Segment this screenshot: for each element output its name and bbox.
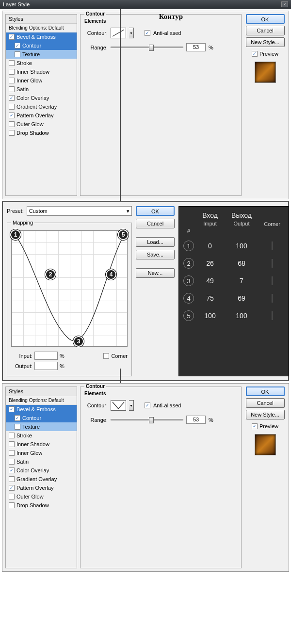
- style-item-drop-shadow[interactable]: Drop Shadow: [6, 129, 77, 137]
- style-item-satin[interactable]: Satin: [6, 457, 77, 466]
- editor-save-button[interactable]: Save...: [136, 250, 175, 259]
- style-item-outer-glow[interactable]: Outer Glow: [6, 492, 77, 501]
- style-checkbox[interactable]: [9, 450, 15, 456]
- cancel-button[interactable]: Cancel: [246, 26, 285, 35]
- style-label: Bevel & Emboss: [16, 406, 56, 412]
- style-item-outer-glow[interactable]: Outer Glow: [6, 120, 77, 129]
- style-checkbox[interactable]: [9, 34, 15, 40]
- output-field[interactable]: [34, 362, 58, 370]
- style-item-contour[interactable]: Contour: [6, 414, 77, 422]
- style-item-stroke[interactable]: Stroke: [6, 431, 77, 440]
- style-checkbox[interactable]: [9, 459, 15, 465]
- input-field[interactable]: [34, 352, 58, 360]
- row-corner-checkbox[interactable]: [272, 311, 273, 320]
- editor-new-button[interactable]: New...: [136, 268, 175, 278]
- style-checkbox[interactable]: [9, 476, 15, 482]
- row-input: 49: [195, 277, 225, 285]
- style-item-color-overlay[interactable]: Color Overlay: [6, 466, 77, 475]
- style-item-texture[interactable]: Texture: [6, 50, 77, 59]
- style-item-pattern-overlay[interactable]: Pattern Overlay: [6, 111, 77, 120]
- row-corner-checkbox[interactable]: [272, 242, 273, 250]
- range-slider[interactable]: [111, 47, 183, 48]
- editor-load-button[interactable]: Load...: [136, 237, 175, 247]
- style-checkbox[interactable]: [9, 433, 15, 438]
- style-item-inner-shadow[interactable]: Inner Shadow: [6, 440, 77, 449]
- style-checkbox[interactable]: [9, 406, 15, 412]
- new-style-button-2[interactable]: New Style...: [246, 410, 285, 419]
- style-item-inner-shadow[interactable]: Inner Shadow: [6, 67, 77, 76]
- style-item-pattern-overlay[interactable]: Pattern Overlay: [6, 483, 77, 492]
- blending-options[interactable]: Blending Options: Default: [6, 24, 77, 32]
- editor-cancel-button[interactable]: Cancel: [136, 219, 175, 228]
- contour-dropdown-icon-2[interactable]: ▼: [129, 400, 134, 411]
- style-item-bevel-emboss[interactable]: Bevel & Emboss: [6, 32, 77, 41]
- style-item-gradient-overlay[interactable]: Gradient Overlay: [6, 475, 77, 483]
- new-style-button[interactable]: New Style...: [246, 37, 285, 47]
- corner-checkbox[interactable]: [103, 353, 109, 359]
- style-checkbox[interactable]: [9, 69, 15, 75]
- preview-checkbox[interactable]: [252, 51, 258, 57]
- style-label: Satin: [16, 86, 29, 92]
- preview-checkbox-2[interactable]: [252, 423, 258, 429]
- style-checkbox[interactable]: [9, 121, 15, 127]
- preset-dropdown[interactable]: Custom ▾: [27, 206, 132, 216]
- close-icon[interactable]: ×: [281, 1, 288, 7]
- style-item-drop-shadow[interactable]: Drop Shadow: [6, 501, 77, 510]
- curve-marker-1: 1: [10, 229, 21, 240]
- blending-options-2[interactable]: Blending Options: Default: [6, 396, 77, 405]
- anti-aliased-checkbox-2[interactable]: [145, 402, 150, 408]
- style-label: Contour: [22, 415, 41, 421]
- style-checkbox[interactable]: [9, 467, 15, 473]
- range-pct-2: %: [209, 417, 213, 423]
- row-corner-checkbox[interactable]: [272, 294, 273, 303]
- ok-button[interactable]: OK: [246, 14, 285, 24]
- style-item-texture[interactable]: Texture: [6, 422, 77, 431]
- row-corner-checkbox[interactable]: [272, 276, 273, 285]
- style-checkbox[interactable]: [9, 130, 15, 136]
- style-item-color-overlay[interactable]: Color Overlay: [6, 94, 77, 102]
- style-label: Inner Shadow: [16, 69, 49, 75]
- range-value[interactable]: 53: [186, 43, 206, 51]
- style-checkbox[interactable]: [9, 494, 15, 499]
- curve-grid[interactable]: 12345: [11, 230, 128, 347]
- cancel-button-2[interactable]: Cancel: [246, 398, 285, 408]
- style-checkbox[interactable]: [15, 415, 20, 421]
- range-slider-2[interactable]: [111, 419, 183, 420]
- style-item-contour[interactable]: Contour: [6, 41, 77, 50]
- style-checkbox[interactable]: [9, 113, 15, 118]
- preset-value: Custom: [29, 208, 48, 214]
- row-output: 100: [225, 242, 259, 250]
- contour-thumbnail-2[interactable]: [111, 400, 126, 411]
- style-checkbox[interactable]: [15, 424, 20, 430]
- style-checkbox[interactable]: [9, 104, 15, 110]
- style-label: Inner Shadow: [16, 441, 49, 447]
- anti-aliased-checkbox[interactable]: [145, 30, 150, 36]
- style-item-gradient-overlay[interactable]: Gradient Overlay: [6, 102, 77, 111]
- contour-thumbnail[interactable]: [111, 28, 126, 38]
- range-value-2[interactable]: 53: [186, 416, 206, 424]
- style-checkbox[interactable]: [15, 51, 20, 57]
- style-checkbox[interactable]: [9, 95, 15, 101]
- dialog-buttons: OK Cancel New Style... Preview: [244, 14, 286, 196]
- style-label: Pattern Overlay: [16, 113, 53, 118]
- style-item-inner-glow[interactable]: Inner Glow: [6, 449, 77, 457]
- style-checkbox[interactable]: [15, 43, 20, 48]
- style-checkbox[interactable]: [9, 60, 15, 66]
- contour-dropdown-icon[interactable]: ▼: [129, 28, 134, 38]
- contour-label: Contour:: [84, 30, 108, 36]
- row-corner-checkbox[interactable]: [272, 259, 273, 268]
- editor-ok-button[interactable]: OK: [136, 206, 175, 216]
- style-checkbox[interactable]: [9, 502, 15, 508]
- ok-button-2[interactable]: OK: [246, 386, 285, 396]
- style-checkbox[interactable]: [9, 78, 15, 83]
- style-checkbox[interactable]: [9, 441, 15, 447]
- arrow-line: [120, 9, 121, 212]
- style-checkbox[interactable]: [9, 86, 15, 92]
- output-pct: %: [60, 363, 65, 369]
- style-item-stroke[interactable]: Stroke: [6, 59, 77, 67]
- style-item-satin[interactable]: Satin: [6, 85, 77, 94]
- style-checkbox[interactable]: [9, 485, 15, 491]
- th-output-ru: Выход: [231, 211, 252, 219]
- style-item-bevel-emboss[interactable]: Bevel & Emboss: [6, 405, 77, 414]
- style-item-inner-glow[interactable]: Inner Glow: [6, 76, 77, 85]
